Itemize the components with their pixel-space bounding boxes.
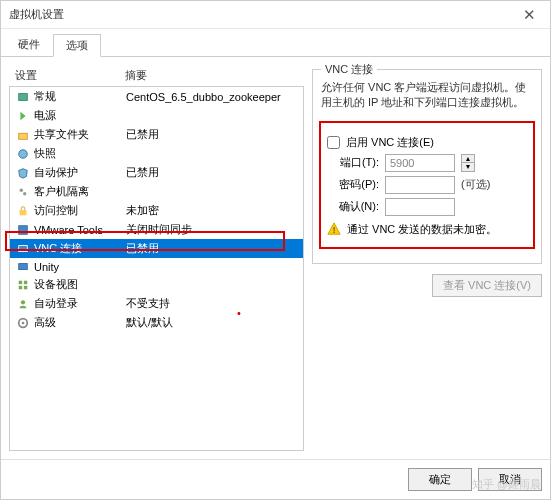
list-item-shared[interactable]: 共享文件夹已禁用 (10, 125, 303, 144)
group-title: VNC 连接 (321, 62, 377, 77)
svg-rect-12 (19, 285, 22, 288)
list-item-appview[interactable]: 设备视图 (10, 275, 303, 294)
list-item-access[interactable]: 访问控制未加密 (10, 201, 303, 220)
list-item-power[interactable]: 电源 (10, 106, 303, 125)
warning-text: 通过 VNC 发送的数据未加密。 (347, 222, 497, 237)
access-icon (16, 205, 30, 217)
vmtools-icon (16, 224, 30, 236)
password-hint: (可选) (461, 177, 490, 192)
red-marker: • (237, 307, 241, 319)
list-item-vnc[interactable]: VNC 连接已禁用 (10, 239, 303, 258)
svg-point-3 (19, 149, 28, 158)
list-item-general[interactable]: 常规CentOS_6.5_dubbo_zookeeper (10, 87, 303, 106)
watermark: 知乎 @姬雨晨 (472, 477, 541, 492)
list-item-guest[interactable]: 客户机隔离 (10, 182, 303, 201)
ok-button[interactable]: 确定 (408, 468, 472, 491)
shared-icon (16, 129, 30, 141)
port-input[interactable] (385, 154, 455, 172)
list-item-advanced[interactable]: 高级默认/默认 (10, 313, 303, 332)
enable-vnc-checkbox[interactable] (327, 136, 340, 149)
power-icon (16, 110, 30, 122)
group-desc: 允许任何 VNC 客户端远程访问虚拟机。使用主机的 IP 地址和下列端口连接虚拟… (321, 80, 533, 111)
svg-marker-1 (20, 111, 25, 120)
port-spinner[interactable]: ▲▼ (461, 154, 475, 172)
unity-icon (16, 261, 30, 273)
general-icon (16, 91, 30, 103)
enable-vnc-label: 启用 VNC 连接(E) (346, 135, 434, 150)
confirm-label: 确认(N): (327, 199, 379, 214)
view-vnc-button: 查看 VNC 连接(V) (432, 274, 542, 297)
svg-text:!: ! (333, 224, 336, 235)
settings-list[interactable]: 常规CentOS_6.5_dubbo_zookeeper电源共享文件夹已禁用快照… (9, 87, 304, 451)
svg-rect-10 (19, 280, 22, 283)
window-title: 虚拟机设置 (9, 7, 64, 22)
svg-rect-7 (19, 225, 28, 234)
svg-rect-11 (24, 280, 27, 283)
svg-rect-13 (24, 285, 27, 288)
svg-point-14 (21, 300, 25, 304)
password-input[interactable] (385, 176, 455, 194)
svg-rect-9 (19, 263, 28, 269)
guest-icon (16, 186, 30, 198)
port-label: 端口(T): (327, 155, 379, 170)
close-icon[interactable]: ✕ (517, 6, 542, 24)
svg-rect-6 (20, 210, 27, 215)
list-item-unity[interactable]: Unity (10, 258, 303, 275)
list-item-vmtools[interactable]: VMware Tools关闭时间同步 (10, 220, 303, 239)
autologin-icon (16, 298, 30, 310)
list-header: 设置 摘要 (9, 65, 304, 87)
warning-icon: ! (327, 222, 341, 236)
confirm-input[interactable] (385, 198, 455, 216)
password-label: 密码(P): (327, 177, 379, 192)
svg-point-4 (20, 188, 23, 191)
snapshot-icon (16, 148, 30, 160)
list-item-autoprotect[interactable]: 自动保护已禁用 (10, 163, 303, 182)
vnc-group: VNC 连接 允许任何 VNC 客户端远程访问虚拟机。使用主机的 IP 地址和下… (312, 69, 542, 264)
vnc-icon (16, 243, 30, 255)
svg-point-16 (22, 321, 25, 324)
list-item-snapshot[interactable]: 快照 (10, 144, 303, 163)
tab-options[interactable]: 选项 (53, 34, 101, 57)
svg-rect-8 (19, 245, 28, 251)
advanced-icon (16, 317, 30, 329)
svg-point-5 (23, 192, 26, 195)
list-item-autologin[interactable]: 自动登录不受支持 (10, 294, 303, 313)
appview-icon (16, 279, 30, 291)
tab-hardware[interactable]: 硬件 (5, 33, 53, 56)
svg-rect-0 (19, 93, 28, 100)
autoprotect-icon (16, 167, 30, 179)
svg-rect-2 (19, 133, 28, 139)
